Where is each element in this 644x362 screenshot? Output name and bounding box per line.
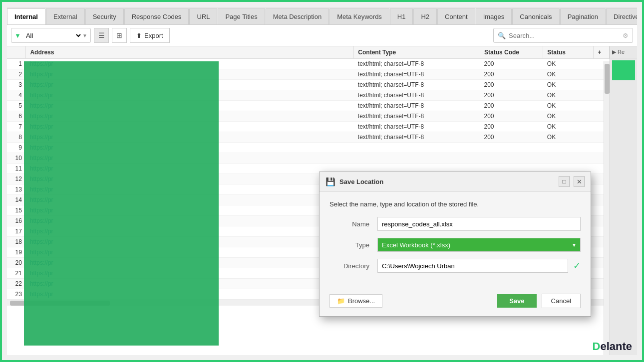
tab-canonicals[interactable]: Canonicals — [512, 8, 559, 24]
cell-content-type: text/html; charset=UTF-8 — [354, 80, 480, 90]
tree-view-button[interactable]: ⊞ — [112, 28, 127, 43]
cell-num: 20 — [7, 258, 26, 268]
col-address-header[interactable]: Address — [26, 46, 354, 59]
filter-container[interactable]: ▼ All ▼ — [11, 28, 91, 43]
cell-status: OK — [543, 132, 594, 143]
cell-status: OK — [543, 90, 594, 101]
modal-directory-input[interactable] — [377, 259, 568, 273]
modal-type-field: Type Excel Workbook (*.xlsx) CSV (*.csv)… — [329, 238, 581, 252]
cell-num: 8 — [7, 132, 26, 143]
modal-name-field: Name — [329, 217, 581, 231]
cell-status-code: 200 — [480, 122, 543, 132]
cell-num: 18 — [7, 237, 26, 247]
cell-status — [543, 143, 594, 153]
tab-images[interactable]: Images — [476, 8, 512, 24]
right-panel: ▶ Re — [610, 46, 637, 355]
cell-num: 2 — [7, 69, 26, 80]
modal-footer: 📁 Browse... Save Cancel — [320, 289, 591, 316]
col-num-header — [7, 46, 26, 59]
export-button[interactable]: ⬆ Export — [130, 28, 170, 43]
tab-meta-keywords[interactable]: Meta Keywords — [329, 8, 389, 24]
cell-content-type: text/html; charset=UTF-8 — [354, 90, 480, 101]
tab-h1[interactable]: H1 — [390, 8, 413, 24]
tab-h2[interactable]: H2 — [413, 8, 437, 24]
cell-status: OK — [543, 80, 594, 90]
list-view-button[interactable]: ☰ — [94, 28, 109, 43]
cell-num: 9 — [7, 143, 26, 153]
modal-type-select[interactable]: Excel Workbook (*.xlsx) CSV (*.csv) Tab … — [377, 238, 581, 252]
cell-status: OK — [543, 122, 594, 132]
modal-type-label: Type — [329, 241, 369, 249]
search-container[interactable]: 🔍 ⚙ — [493, 28, 633, 43]
filter-icon: ▼ — [14, 32, 21, 39]
redacted-overlay — [24, 61, 219, 346]
right-panel-label: ▶ Re — [612, 49, 625, 55]
cell-content-type: text/html; charset=UTF-8 — [354, 122, 480, 132]
modal-name-input[interactable] — [377, 217, 581, 231]
cell-num: 6 — [7, 111, 26, 122]
cell-num: 12 — [7, 174, 26, 184]
cell-status-code: 200 — [480, 59, 543, 69]
tab-meta-description[interactable]: Meta Description — [266, 8, 329, 24]
tab-response-codes[interactable]: Response Codes — [124, 8, 189, 24]
modal-titlebar: 💾 Save Location □ ✕ — [320, 172, 591, 191]
modal-close-button[interactable]: ✕ — [574, 176, 585, 187]
cell-content-type: text/html; charset=UTF-8 — [354, 59, 480, 69]
modal-type-select-wrapper: Excel Workbook (*.xlsx) CSV (*.csv) Tab … — [377, 238, 581, 252]
col-status-header[interactable]: Status — [543, 46, 594, 59]
tab-page-titles[interactable]: Page Titles — [218, 8, 265, 24]
cell-num: 16 — [7, 216, 26, 226]
cell-num: 14 — [7, 195, 26, 205]
cell-num: 22 — [7, 279, 26, 289]
col-content-type-header[interactable]: Content Type — [354, 46, 480, 59]
search-options-icon[interactable]: ⚙ — [623, 32, 629, 39]
cell-content-type — [354, 153, 480, 164]
cell-status-code: 200 — [480, 132, 543, 143]
filter-arrow-icon: ▼ — [82, 33, 87, 38]
filter-select[interactable]: All — [24, 31, 82, 40]
search-input[interactable] — [509, 32, 623, 39]
cell-num: 19 — [7, 247, 26, 258]
cell-status-code — [480, 153, 543, 164]
tab-security[interactable]: Security — [85, 8, 124, 24]
cell-status-code: 200 — [480, 111, 543, 122]
tab-content[interactable]: Content — [437, 8, 475, 24]
cell-status: OK — [543, 59, 594, 69]
v-scrollbar-thumb[interactable] — [605, 64, 610, 94]
cell-num: 5 — [7, 101, 26, 111]
tab-internal[interactable]: Internal — [7, 8, 45, 24]
cancel-button[interactable]: Cancel — [542, 294, 581, 308]
tab-directive[interactable]: Directive — [606, 8, 637, 24]
cell-num: 3 — [7, 80, 26, 90]
vertical-scrollbar[interactable] — [604, 61, 610, 355]
browse-button[interactable]: 📁 Browse... — [329, 294, 382, 308]
save-button[interactable]: Save — [497, 294, 536, 308]
tab-external[interactable]: External — [46, 8, 85, 24]
browse-label: Browse... — [348, 297, 375, 305]
modal-directory-field: Directory ✓ — [329, 259, 581, 273]
modal-description: Select the name, type and location of th… — [329, 200, 581, 208]
search-icon: 🔍 — [498, 32, 506, 39]
cell-content-type: text/html; charset=UTF-8 — [354, 101, 480, 111]
branding-initial: D — [593, 340, 601, 353]
right-panel-header[interactable]: ▶ Re — [610, 46, 637, 58]
cell-num: 11 — [7, 164, 26, 174]
modal-title-icon: 💾 — [325, 177, 335, 186]
cell-status: OK — [543, 69, 594, 80]
modal-body: Select the name, type and location of th… — [320, 191, 591, 289]
export-icon: ⬆ — [136, 32, 142, 39]
toolbar: ▼ All ▼ ☰ ⊞ ⬆ Export 🔍 ⚙ — [7, 25, 637, 46]
save-location-dialog: 💾 Save Location □ ✕ Select the name, typ… — [319, 172, 591, 317]
cell-num: 21 — [7, 268, 26, 279]
tab-pagination[interactable]: Pagination — [560, 8, 606, 24]
cell-num: 15 — [7, 205, 26, 216]
modal-maximize-button[interactable]: □ — [559, 176, 570, 187]
cell-num: 1 — [7, 59, 26, 69]
cell-num: 10 — [7, 153, 26, 164]
cell-content-type — [354, 143, 480, 153]
right-panel-green-bar — [612, 60, 635, 80]
cell-status: OK — [543, 111, 594, 122]
col-add-header[interactable]: + — [594, 46, 610, 59]
col-status-code-header[interactable]: Status Code — [480, 46, 543, 59]
tab-url[interactable]: URL — [189, 8, 217, 24]
